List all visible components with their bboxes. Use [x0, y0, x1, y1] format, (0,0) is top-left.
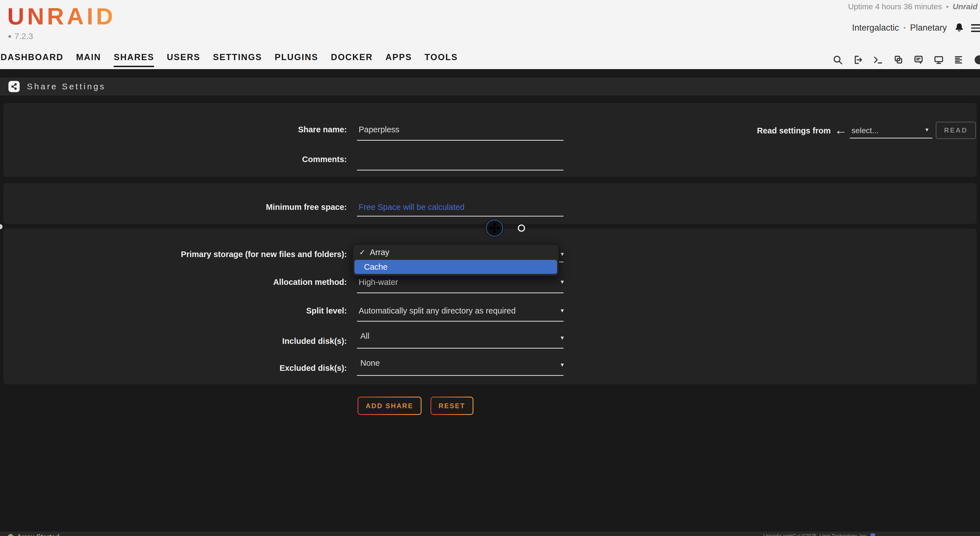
monitor-icon[interactable]	[934, 54, 944, 65]
min-free-space-input[interactable]: Free Space will be calculated	[359, 202, 465, 212]
copyright-text: Unraid's webGui ©2025, Lime Technology, …	[764, 533, 875, 536]
nav-users[interactable]: USERS	[167, 52, 200, 67]
separator-dot: •	[904, 24, 906, 32]
version-dot-icon: ●	[8, 33, 11, 40]
move-cursor-overlay	[486, 219, 503, 237]
main-nav: DASHBOARD MAIN SHARES USERS SETTINGS PLU…	[0, 52, 458, 67]
app-header: UNRAID ● 7.2.3 Uptime 4 hours 36 minutes…	[0, 0, 980, 69]
nav-main[interactable]: MAIN	[76, 52, 101, 67]
nav-apps[interactable]: APPS	[385, 52, 412, 67]
comments-label: Comments:	[10, 154, 347, 164]
page-title: Share Settings	[27, 82, 106, 91]
feedback-icon[interactable]	[913, 54, 924, 65]
chevron-down-icon: ▼	[924, 127, 929, 133]
logout-icon[interactable]	[853, 54, 863, 65]
included-disks-underline	[357, 348, 563, 349]
excluded-disks-label: Excluded disk(s):	[10, 363, 347, 373]
share-name-input[interactable]: Paperpless	[359, 124, 399, 134]
included-disks-label: Included disk(s):	[10, 336, 347, 346]
unraid-share-settings-screen: UNRAID ● 7.2.3 Uptime 4 hours 36 minutes…	[0, 0, 980, 536]
theme-icon[interactable]	[974, 54, 980, 65]
chevron-down-icon: ▼	[560, 306, 565, 316]
log-icon[interactable]	[954, 54, 964, 65]
chevron-down-icon: ▼	[560, 249, 565, 259]
array-status[interactable]: Array Started	[8, 533, 59, 536]
add-share-button[interactable]: ADD SHARE	[358, 397, 422, 415]
server-description: Planetary	[910, 23, 947, 33]
search-icon[interactable]	[832, 54, 843, 65]
min-free-space-label: Minimum free space:	[10, 202, 347, 212]
server-identity: Intergalactic • Planetary	[852, 22, 965, 34]
nav-tools[interactable]: TOOLS	[425, 52, 458, 67]
primary-storage-dropdown: ✓ Array Cache	[353, 244, 559, 276]
add-share-button-label: ADD SHARE	[358, 397, 421, 414]
included-disks-select[interactable]: All	[360, 331, 369, 341]
reset-button-label: RESET	[431, 397, 473, 414]
share-name-underline	[357, 140, 563, 141]
reset-button[interactable]: RESET	[431, 397, 473, 415]
read-settings-select[interactable]: select...	[851, 126, 878, 135]
allocation-method-select[interactable]: High-water	[359, 277, 398, 287]
status-dot-icon	[8, 534, 13, 536]
chevron-down-icon: ▼	[560, 360, 565, 370]
excluded-disks-select[interactable]: None	[360, 358, 380, 368]
excluded-disks-underline	[357, 375, 563, 376]
back-arrow-icon: ←	[835, 123, 847, 137]
allocation-method-label: Allocation method:	[10, 277, 347, 287]
click-ring-overlay	[518, 225, 525, 232]
option-array-label: Array	[370, 248, 389, 257]
notifications-bell-icon[interactable]	[954, 22, 965, 34]
allocation-method-underline	[357, 292, 563, 293]
check-icon: ✓	[359, 248, 365, 257]
split-level-label: Split level:	[10, 306, 347, 316]
option-cache-label: Cache	[364, 262, 388, 272]
page-toolbar: Share Settings	[0, 78, 980, 96]
chevron-down-icon: ▼	[560, 277, 565, 287]
unraid-logo[interactable]: UNRAID	[7, 3, 116, 30]
server-name: Intergalactic	[852, 23, 899, 33]
lime-technology-icon	[870, 533, 875, 536]
uptime-text: Uptime 4 hours 36 minutes	[848, 2, 942, 11]
read-button[interactable]: READ	[935, 122, 976, 139]
option-cache[interactable]: Cache	[355, 260, 557, 274]
license-text: Unraid OS Start	[953, 2, 980, 11]
comments-underline	[357, 170, 563, 171]
chevron-down-icon: ▼	[560, 333, 565, 343]
nav-utility-icons	[832, 54, 980, 65]
nav-shares[interactable]: SHARES	[114, 52, 154, 67]
nav-plugins[interactable]: PLUGINS	[275, 52, 318, 67]
hamburger-menu-icon[interactable]	[971, 24, 980, 34]
separator-dot: •	[946, 2, 949, 11]
option-array[interactable]: ✓ Array	[353, 245, 558, 260]
read-settings-label: Read settings from	[685, 126, 831, 136]
share-page-icon[interactable]	[8, 81, 20, 92]
read-settings-underline	[850, 138, 932, 139]
min-free-space-underline	[357, 216, 563, 217]
primary-storage-label: Primary storage (for new files and folde…	[10, 249, 347, 259]
form-actions: ADD SHARE RESET	[358, 397, 473, 415]
copyright-label: Unraid's webGui ©2025, Lime Technology, …	[764, 533, 868, 536]
version-badge: ● 7.2.3	[8, 32, 33, 41]
terminal-icon[interactable]	[873, 54, 883, 65]
array-status-label: Array Started	[17, 533, 59, 536]
screen-edge-marker	[0, 224, 3, 229]
split-level-underline	[357, 321, 563, 322]
version-label: 7.2.3	[14, 32, 33, 41]
split-level-select[interactable]: Automatically split any directory as req…	[359, 306, 515, 316]
share-name-label: Share name:	[10, 124, 347, 134]
copy-icon[interactable]	[893, 54, 904, 65]
nav-docker[interactable]: DOCKER	[331, 52, 373, 67]
uptime-line: Uptime 4 hours 36 minutes•Unraid OS Star…	[848, 2, 980, 11]
nav-settings[interactable]: SETTINGS	[213, 52, 262, 67]
nav-dashboard[interactable]: DASHBOARD	[0, 52, 64, 67]
